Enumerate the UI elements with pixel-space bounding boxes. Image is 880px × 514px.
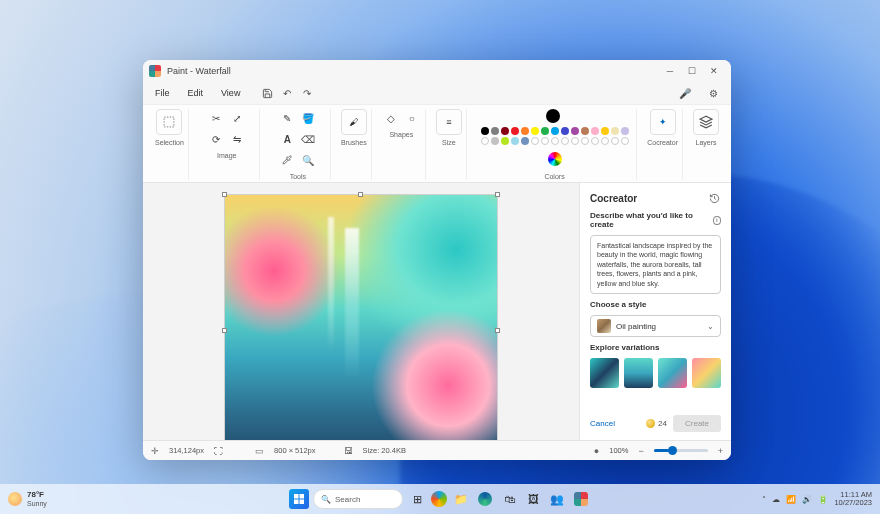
swatch-empty[interactable] (591, 137, 599, 145)
zoom-slider[interactable] (654, 449, 708, 452)
canvas[interactable] (225, 195, 497, 440)
menu-file[interactable]: File (151, 86, 174, 100)
variation-thumb[interactable] (658, 358, 687, 388)
undo-icon[interactable]: ↶ (280, 86, 294, 100)
start-button[interactable] (289, 489, 309, 509)
taskbar-app-copilot[interactable] (431, 491, 447, 507)
taskbar-app-paint[interactable] (571, 489, 591, 509)
swatch[interactable] (621, 127, 629, 135)
task-view-icon[interactable]: ⊞ (407, 489, 427, 509)
mic-icon[interactable]: 🎤 (679, 88, 693, 99)
brushes-button[interactable]: 🖌 (341, 109, 367, 135)
text-icon[interactable]: A (278, 130, 296, 148)
swatch-empty[interactable] (601, 137, 609, 145)
crop-icon[interactable]: ✂ (207, 109, 225, 127)
swatch-empty[interactable] (561, 137, 569, 145)
tray-volume-icon[interactable]: 🔊 (802, 495, 812, 504)
resize-handle[interactable] (222, 328, 227, 333)
canvas-area[interactable] (143, 183, 579, 440)
menu-edit[interactable]: Edit (184, 86, 208, 100)
swatch[interactable] (521, 127, 529, 135)
eraser-icon[interactable]: ⌫ (299, 130, 317, 148)
swatch-empty[interactable] (611, 137, 619, 145)
tray-battery-icon[interactable]: 🔋 (818, 495, 828, 504)
swatch[interactable] (491, 127, 499, 135)
variation-thumb[interactable] (624, 358, 653, 388)
variation-thumb[interactable] (590, 358, 619, 388)
cocreator-button[interactable]: ✦ (650, 109, 676, 135)
fill-icon[interactable]: 🪣 (299, 109, 317, 127)
weather-widget[interactable]: 78°F Sunny (8, 491, 47, 507)
taskbar-app-photos[interactable]: 🖼 (523, 489, 543, 509)
eyedrop-icon[interactable] (278, 151, 296, 169)
close-button[interactable]: ✕ (703, 60, 725, 82)
taskbar-search[interactable]: 🔍 Search (313, 489, 403, 509)
taskbar-clock[interactable]: 11:11 AM 10/27/2023 (834, 491, 872, 508)
fit-icon[interactable]: ⛶ (214, 446, 223, 456)
history-icon[interactable] (707, 191, 721, 205)
swatch-empty[interactable] (621, 137, 629, 145)
swatch[interactable] (551, 127, 559, 135)
save-icon[interactable] (260, 86, 274, 100)
redo-icon[interactable]: ↷ (300, 86, 314, 100)
swatch-empty[interactable] (581, 137, 589, 145)
tray-network-icon[interactable]: 📶 (786, 495, 796, 504)
swatch[interactable] (481, 137, 489, 145)
swatch[interactable] (501, 127, 509, 135)
maximize-button[interactable]: ☐ (681, 60, 703, 82)
swatch[interactable] (511, 127, 519, 135)
swatch-empty[interactable] (541, 137, 549, 145)
taskbar-app-teams[interactable]: 👥 (547, 489, 567, 509)
taskbar-app-store[interactable]: 🛍 (499, 489, 519, 509)
settings-icon[interactable]: ⚙ (709, 88, 723, 99)
cancel-button[interactable]: Cancel (590, 419, 615, 428)
prompt-textarea[interactable]: Fantastical landscape inspired by the be… (590, 235, 721, 294)
swatch[interactable] (601, 127, 609, 135)
create-button[interactable]: Create (673, 415, 721, 432)
resize-icon[interactable]: ⤢ (228, 109, 246, 127)
minimize-button[interactable]: ─ (659, 60, 681, 82)
shapes-button[interactable]: ◇ (382, 109, 400, 127)
swatch[interactable] (591, 127, 599, 135)
zoom-icon[interactable]: 🔍 (299, 151, 317, 169)
swatch[interactable] (491, 137, 499, 145)
swatch[interactable] (561, 127, 569, 135)
selection-tool[interactable] (156, 109, 182, 135)
tray-onedrive-icon[interactable]: ☁ (772, 495, 780, 504)
taskbar-app-edge[interactable] (475, 489, 495, 509)
rotate-icon[interactable]: ⟳ (207, 130, 225, 148)
swatch[interactable] (611, 127, 619, 135)
pencil-icon[interactable]: ✎ (278, 109, 296, 127)
menu-view[interactable]: View (217, 86, 244, 100)
layers-button[interactable] (693, 109, 719, 135)
swatch[interactable] (571, 127, 579, 135)
resize-handle[interactable] (222, 192, 227, 197)
current-color-1[interactable] (546, 109, 560, 123)
swatch[interactable] (481, 127, 489, 135)
resize-handle[interactable] (495, 192, 500, 197)
resize-handle[interactable] (358, 192, 363, 197)
ribbon-label-shapes: Shapes (389, 131, 413, 138)
outline-button[interactable]: ○ (403, 109, 421, 127)
swatch[interactable] (501, 137, 509, 145)
flip-icon[interactable]: ⇋ (228, 130, 246, 148)
autosave-icon[interactable]: ● (594, 446, 599, 456)
swatch-empty[interactable] (531, 137, 539, 145)
variation-thumb[interactable] (692, 358, 721, 388)
swatch[interactable] (531, 127, 539, 135)
style-dropdown[interactable]: Oil painting ⌄ (590, 315, 721, 337)
swatch[interactable] (581, 127, 589, 135)
swatch[interactable] (541, 127, 549, 135)
info-icon[interactable]: i (713, 216, 722, 225)
swatch[interactable] (521, 137, 529, 145)
taskbar-app-explorer[interactable]: 📁 (451, 489, 471, 509)
zoom-in-icon[interactable]: + (718, 446, 723, 456)
tray-chevron-icon[interactable]: ˄ (762, 495, 766, 504)
zoom-out-icon[interactable]: − (638, 446, 643, 456)
edit-colors-icon[interactable] (545, 149, 565, 169)
size-button[interactable]: ≡ (436, 109, 462, 135)
swatch-empty[interactable] (551, 137, 559, 145)
swatch-empty[interactable] (571, 137, 579, 145)
swatch[interactable] (511, 137, 519, 145)
resize-handle[interactable] (495, 328, 500, 333)
